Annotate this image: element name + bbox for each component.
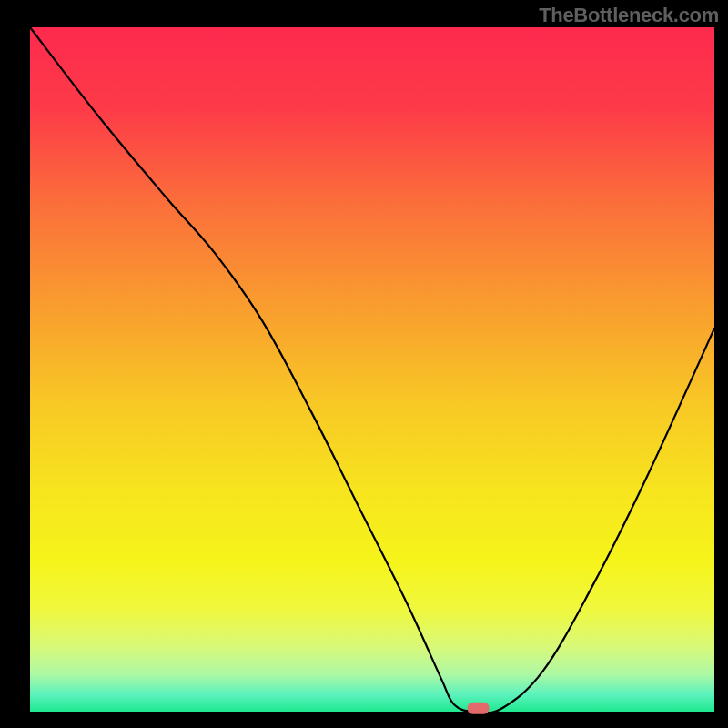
optimal-point-marker [468, 703, 490, 714]
bottleneck-chart-svg [0, 0, 728, 728]
chart-frame: TheBottleneck.com [0, 0, 728, 728]
watermark-text: TheBottleneck.com [539, 4, 719, 27]
gradient-background [30, 27, 714, 712]
